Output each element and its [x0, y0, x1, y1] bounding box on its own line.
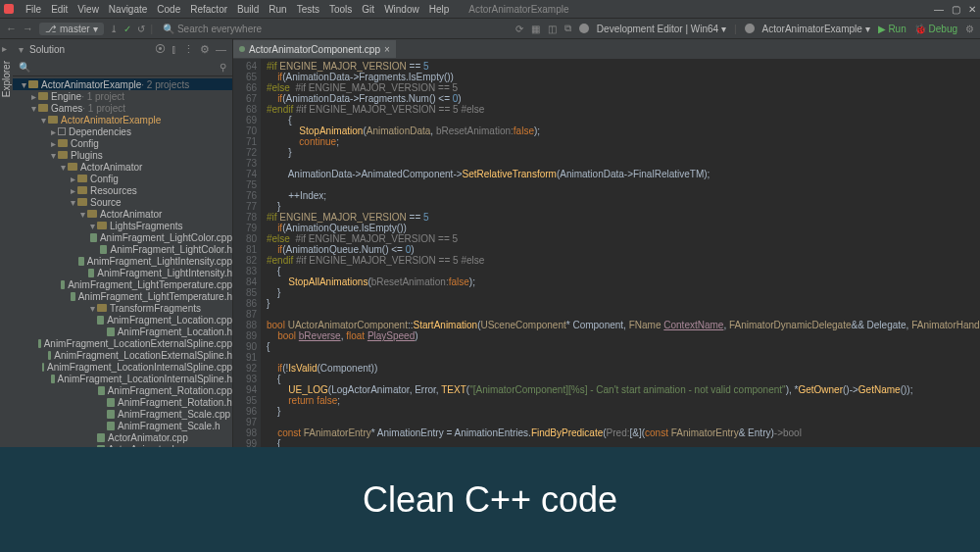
minimize-icon[interactable]: — — [934, 4, 944, 15]
settings-icon[interactable]: ⚙ — [965, 24, 974, 34]
refresh-icon[interactable]: ⟳ — [515, 24, 523, 34]
menu-tests[interactable]: Tests — [297, 4, 319, 15]
editor-tab[interactable]: ActorAnimatorComponent.cpp × — [233, 40, 396, 58]
tree-item[interactable]: AnimFragment_LightTemperature.h — [13, 290, 232, 302]
menu-help[interactable]: Help — [429, 4, 450, 15]
left-tool-strip: ▸ Explorer — [0, 39, 13, 447]
code-content[interactable]: #if ENGINE_MAJOR_VERSION == 5 if(Animati… — [261, 59, 980, 447]
build-config[interactable]: Development Editor | Win64 ▾ — [597, 24, 726, 34]
tree-item[interactable]: AnimFragment_LightIntensity.h — [13, 267, 232, 278]
menu-run[interactable]: Run — [269, 4, 286, 15]
banner-text: Clean C++ code — [363, 479, 617, 521]
tree-item[interactable]: AnimFragment_LightColor.cpp — [13, 231, 232, 243]
tree-item[interactable]: AnimFragment_Scale.cpp — [13, 408, 232, 420]
scope-icon[interactable]: ⦿ — [155, 43, 166, 55]
vcs-branch[interactable]: ⎇ master ▾ — [39, 23, 104, 35]
solution-switcher-icon[interactable]: ▾ — [19, 44, 24, 55]
file-type-icon — [239, 46, 245, 52]
vcs-commit-icon[interactable]: ✓ — [123, 24, 131, 34]
menu-code[interactable]: Code — [157, 4, 180, 15]
close-tab-icon[interactable]: × — [384, 44, 390, 55]
tree-item[interactable]: AnimFragment_Rotation.cpp — [13, 384, 232, 396]
hide-panel-icon[interactable]: — — [216, 43, 226, 55]
solution-tree[interactable]: ▾ActorAnimatorExample · 2 projects▸Engin… — [13, 76, 232, 447]
code-editor[interactable]: 6465666768697071727374757677787980818283… — [233, 59, 980, 447]
app-logo — [4, 4, 14, 14]
tree-item[interactable]: ▾ActorAnimatorExample · 2 projects — [13, 78, 232, 90]
solution-search-input[interactable] — [34, 62, 216, 73]
solution-panel: ▾ Solution ⦿ ⫿ ⋮ ⚙ — 🔍 ⚲ ▾ActorAnimatorE… — [13, 39, 233, 447]
tree-item[interactable]: ▾Source — [13, 196, 232, 208]
project-name: ActorAnimatorExample — [468, 4, 568, 15]
tree-item[interactable]: ▸Engine · 1 project — [13, 90, 232, 102]
menu-tools[interactable]: Tools — [329, 4, 352, 15]
menu-build[interactable]: Build — [237, 4, 259, 15]
link-icon[interactable]: ⧉ — [564, 23, 571, 34]
tree-item[interactable]: ▾ActorAnimator — [13, 208, 232, 220]
tree-item[interactable]: AnimFragment_LocationInternalSpline.cpp — [13, 361, 232, 373]
tree-item[interactable]: AnimFragment_LocationExternalSpline.h — [13, 349, 232, 361]
menu-navigate[interactable]: Navigate — [109, 4, 147, 15]
tree-item[interactable]: ▸Config — [13, 137, 232, 149]
unreal-icon — [579, 24, 589, 33]
nav-fwd-icon[interactable]: → — [23, 23, 33, 34]
settings-panel-icon[interactable]: ⚙ — [200, 43, 210, 56]
run-target[interactable]: ActorAnimatorExample ▾ — [762, 24, 870, 34]
tab-filename: ActorAnimatorComponent.cpp — [249, 44, 380, 55]
titlebar: FileEditViewNavigateCodeRefactorBuildRun… — [0, 0, 980, 18]
close-icon[interactable]: ✕ — [968, 4, 976, 15]
tree-item[interactable]: ▾Plugins — [13, 149, 232, 161]
run-button[interactable]: ▶ Run — [878, 24, 906, 34]
target-icon — [745, 24, 755, 33]
editor-area: ActorAnimatorComponent.cpp × ✓ ⚠ 1 ^ ⋮ 6… — [233, 39, 980, 447]
filter-icon[interactable]: ⫿ — [172, 43, 177, 55]
main-menu: FileEditViewNavigateCodeRefactorBuildRun… — [25, 4, 449, 15]
tree-item[interactable]: ▾LightsFragments — [13, 220, 232, 231]
tree-item[interactable]: AnimFragment_LightTemperature.cpp — [13, 278, 232, 290]
tree-item[interactable]: AnimFragment_LightIntensity.cpp — [13, 255, 232, 267]
tree-item[interactable]: ▸Resources — [13, 184, 232, 196]
nav-back-icon[interactable]: ← — [6, 23, 17, 34]
tree-item[interactable]: AnimFragment_Location.h — [13, 326, 232, 337]
maximize-icon[interactable]: ▢ — [952, 4, 960, 15]
tree-item[interactable]: AnimFragment_Location.cpp — [13, 314, 232, 326]
cube-icon[interactable]: ▦ — [531, 24, 540, 34]
toolbar: ← → ⎇ master ▾ ⤓ ✓ ↺ | 🔍 Search everywhe… — [0, 18, 980, 39]
menu-view[interactable]: View — [77, 4, 99, 15]
project-tool-icon[interactable]: ▸ — [2, 43, 12, 53]
cube2-icon[interactable]: ◫ — [548, 24, 557, 34]
caption-banner: Clean C++ code — [0, 447, 980, 552]
search-icon: 🔍 — [19, 62, 30, 73]
search-options-icon[interactable]: ⚲ — [220, 62, 226, 73]
tree-item[interactable]: AnimFragment_LightColor.h — [13, 243, 232, 255]
line-gutter: 6465666768697071727374757677787980818283… — [233, 59, 261, 447]
menu-file[interactable]: File — [25, 4, 41, 15]
tree-item[interactable]: AnimFragment_Rotation.h — [13, 396, 232, 408]
tree-item[interactable]: ▾ActorAnimatorExample — [13, 114, 232, 125]
tree-item[interactable]: ▸Dependencies — [13, 125, 232, 137]
vcs-update-icon[interactable]: ⤓ — [110, 24, 118, 34]
tree-item[interactable]: ▾Games · 1 project — [13, 102, 232, 114]
tree-item[interactable]: AnimFragment_Scale.h — [13, 420, 232, 431]
explorer-tab[interactable]: Explorer — [0, 57, 13, 101]
tree-item[interactable]: ▾TransformFragments — [13, 302, 232, 314]
tree-item[interactable]: AnimFragment_LocationInternalSpline.h — [13, 373, 232, 384]
tree-item[interactable]: ActorAnimator.cpp — [13, 431, 232, 443]
menu-window[interactable]: Window — [384, 4, 419, 15]
menu-edit[interactable]: Edit — [51, 4, 68, 15]
editor-tabs: ActorAnimatorComponent.cpp × ✓ ⚠ 1 ^ ⋮ — [233, 39, 980, 59]
debug-button[interactable]: 🐞 Debug — [914, 24, 957, 34]
tree-item[interactable]: ▸Config — [13, 173, 232, 184]
menu-refactor[interactable]: Refactor — [190, 4, 227, 15]
vcs-history-icon[interactable]: ↺ — [137, 24, 145, 34]
collapse-icon[interactable]: ⋮ — [183, 43, 194, 56]
search-everywhere[interactable]: 🔍 Search everywhere — [163, 24, 262, 34]
window-controls: — ▢ ✕ — [934, 4, 976, 15]
tree-item[interactable]: ▾ActorAnimator — [13, 161, 232, 173]
menu-git[interactable]: Git — [362, 4, 374, 15]
tree-item[interactable]: AnimFragment_LocationExternalSpline.cpp — [13, 337, 232, 349]
panel-title: Solution — [29, 44, 149, 55]
